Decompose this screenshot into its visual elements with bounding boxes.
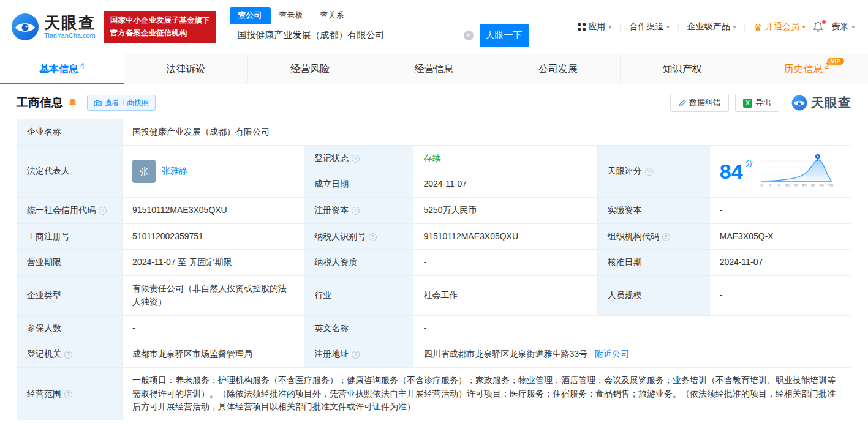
tianyancha-logo[interactable]: 天眼查 TianYanCha.com — [11, 13, 96, 41]
field-value-company-type: 有限责任公司（非自然人投资或控股的法人独资） — [123, 276, 304, 315]
tianyancha-logo-icon — [11, 13, 39, 41]
field-value-industry: 社会工作 — [413, 276, 597, 315]
field-label-credit-code: 统一社会信用代码? — [17, 198, 123, 224]
svg-text:97: 97 — [810, 184, 815, 188]
field-label-staff-size: 人员规模 — [597, 276, 709, 315]
search-input[interactable] — [230, 24, 480, 47]
field-value-reg-status: 存续 — [413, 145, 597, 171]
svg-text:1: 1 — [769, 184, 771, 188]
field-label-taxpayer-quality: 纳税人资质 — [304, 250, 413, 276]
status-badge: 存续 — [423, 153, 440, 163]
search-tab-boss[interactable]: 查老板 — [271, 7, 312, 24]
tab-label: 经营风险 — [290, 63, 330, 76]
table-row: 参保人数 - 英文名称 - — [17, 315, 851, 341]
notification-bell[interactable] — [813, 21, 823, 32]
help-icon[interactable]: ? — [369, 233, 377, 241]
field-value-taxpayer-quality: - — [413, 250, 597, 276]
nav-enterprise-label: 企业级产品 — [687, 21, 730, 32]
help-icon[interactable]: ? — [645, 168, 653, 176]
crown-icon: ♛ — [753, 23, 761, 32]
notification-dot — [822, 20, 826, 24]
help-icon[interactable]: ? — [662, 233, 670, 241]
chevron-down-icon: ▾ — [609, 24, 612, 30]
clear-search-icon[interactable]: ✕ — [464, 31, 474, 40]
field-value-approval-date: 2024-11-07 — [709, 250, 851, 276]
nav-enterprise-products[interactable]: 企业级产品 ▾ — [687, 21, 736, 32]
field-value-english-name: - — [413, 315, 851, 341]
field-label-business-term: 营业期限 — [17, 250, 123, 276]
search-area: 查公司 查老板 查关系 ✕ 天眼一下 — [230, 7, 529, 47]
logo-cn: 天眼查 — [44, 15, 96, 31]
help-icon[interactable]: ? — [99, 207, 107, 215]
field-value-registry: 成都市龙泉驿区市场监督管理局 — [123, 341, 304, 368]
field-label-approval-date: 核准日期 — [597, 250, 709, 276]
gov-credential-badge: 国家中小企业发展子基金旗下 官方备案企业征信机构 — [104, 11, 216, 43]
score-unit: 分 — [745, 157, 753, 170]
field-value-staff-size: - — [709, 276, 851, 315]
field-value-score: 84 分 — [709, 145, 851, 197]
search-tab-relation[interactable]: 查关系 — [312, 7, 353, 24]
apps-grid-icon — [578, 23, 586, 31]
legal-rep-avatar[interactable]: 张 — [132, 160, 156, 183]
excel-icon: X — [743, 99, 752, 108]
score-distribution-chart: 0 1 3 15 50 85 97 99 100 — [758, 154, 834, 189]
table-row: 登记机关? 成都市龙泉驿区市场监督管理局 注册地址? 四川省成都市龙泉驿区龙泉街… — [17, 341, 851, 368]
tab-label: 经营信息 — [415, 63, 454, 76]
table-row: 企业名称 国投健康产业发展（成都）有限公司 — [17, 119, 851, 146]
field-label-company-type: 企业类型 — [17, 276, 123, 315]
field-label-established: 成立日期 — [304, 171, 413, 198]
tab-operating-risk[interactable]: 经营风险 — [248, 54, 372, 84]
svg-text:100: 100 — [826, 184, 833, 188]
field-value-org-code: MAE3X05Q-X — [709, 223, 851, 250]
field-label-english-name: 英文名称 — [304, 315, 413, 341]
tab-operating-info[interactable]: 经营信息 — [372, 54, 497, 84]
search-button[interactable]: 天眼一下 — [480, 24, 529, 47]
search-row: ✕ 天眼一下 — [230, 24, 529, 47]
monitor-bell-icon[interactable] — [68, 98, 77, 108]
table-row: 工商注册号 510112002359751 纳税人识别号? 91510112MA… — [17, 223, 851, 250]
tab-legal-proceedings[interactable]: 法律诉讼 — [124, 54, 249, 84]
field-value-business-scope: 一般项目：养老服务；护理机构服务（不含医疗服务）；健康咨询服务（不含诊疗服务）；… — [123, 367, 851, 420]
tianyancha-company-page: 天眼查 TianYanCha.com 国家中小企业发展子基金旗下 官方备案企业征… — [0, 0, 868, 420]
section-title: 工商信息 — [17, 95, 63, 111]
tab-basic-info[interactable]: 基本信息 4 — [0, 54, 124, 84]
field-label-company-name: 企业名称 — [17, 119, 123, 146]
legal-rep-link[interactable]: 张雅静 — [162, 165, 187, 178]
help-icon[interactable]: ? — [352, 207, 360, 215]
tab-history-info[interactable]: VIP 历史信息 2 — [744, 54, 868, 84]
export-button[interactable]: X 导出 — [735, 94, 779, 112]
gov-badge-line2: 官方备案企业征信机构 — [110, 27, 210, 40]
field-value-reg-number: 510112002359751 — [123, 223, 304, 250]
nav-partner-channel[interactable]: 合作渠道 ▾ — [629, 21, 670, 32]
field-value-established: 2024-11-07 — [413, 171, 597, 198]
field-value-business-term: 2024-11-07 至 无固定期限 — [123, 250, 304, 276]
field-value-address: 四川省成都市龙泉驿区龙泉街道雅生路33号 附近公司 — [413, 341, 851, 368]
field-value-paid-capital: - — [709, 198, 851, 224]
nav-apps[interactable]: 应用 ▾ — [578, 21, 612, 32]
nav-partner-label: 合作渠道 — [629, 21, 663, 32]
data-correction-button[interactable]: 数据纠错 — [670, 94, 729, 112]
tab-intellectual-property[interactable]: 知识产权 — [621, 54, 745, 84]
tab-company-development[interactable]: 公司发展 — [496, 54, 621, 84]
search-tabs: 查公司 查老板 查关系 — [230, 7, 529, 24]
search-tab-company[interactable]: 查公司 — [230, 7, 271, 24]
table-row: 经营范围? 一般项目：养老服务；护理机构服务（不含医疗服务）；健康咨询服务（不含… — [17, 367, 851, 420]
export-label: 导出 — [755, 97, 771, 108]
nav-divider: | — [744, 23, 745, 31]
help-icon[interactable]: ? — [64, 351, 72, 359]
help-icon[interactable]: ? — [352, 351, 360, 359]
tab-label: 法律诉讼 — [166, 63, 205, 76]
vip-badge: VIP — [827, 58, 844, 65]
field-label-legal-rep: 法定代表人 — [17, 145, 123, 197]
help-icon[interactable]: ? — [352, 155, 360, 163]
chevron-down-icon: ▾ — [733, 24, 736, 30]
nav-open-membership[interactable]: ♛ 开通会员 ▾ — [753, 21, 805, 32]
help-icon[interactable]: ? — [64, 390, 72, 398]
nav-user-account[interactable]: 费米 ▾ — [831, 21, 855, 32]
field-value-reg-capital: 5250万人民币 — [413, 198, 597, 224]
field-label-score: 天眼评分? — [597, 145, 709, 197]
nearby-companies-link[interactable]: 附近公司 — [595, 349, 629, 359]
logo-text: 天眼查 TianYanCha.com — [44, 15, 96, 39]
svg-text:15: 15 — [785, 184, 790, 188]
snapshot-button[interactable]: 查看工商快照 — [87, 95, 156, 111]
